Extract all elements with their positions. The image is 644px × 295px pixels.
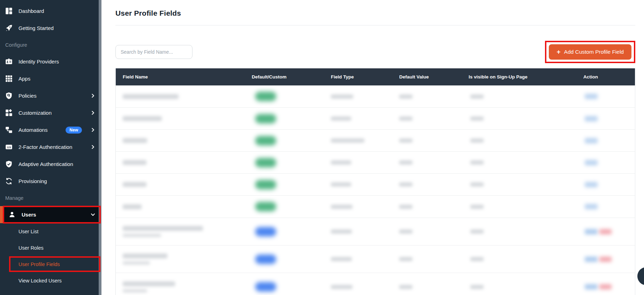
redacted-default-value [399, 182, 412, 187]
field-name-cell [116, 226, 245, 237]
field-name-cell [116, 204, 245, 209]
visible-on-signup-cell [462, 285, 576, 289]
visible-on-signup-cell [462, 116, 576, 121]
sidebar-subitem-user-list[interactable]: User List [0, 223, 101, 240]
redacted-field-name [123, 138, 147, 143]
table-row [116, 195, 635, 218]
sidebar-item-identity-providers[interactable]: Identity Providers [0, 53, 101, 70]
main-content: User Profile Fields + Add Custom Profile… [101, 0, 644, 295]
delete-action-icon[interactable] [599, 284, 612, 289]
redacted-field-type [331, 94, 353, 99]
view-action-icon[interactable] [585, 116, 598, 121]
default-value-cell [392, 205, 462, 209]
default-badge [255, 92, 276, 101]
sidebar-subitem-user-roles[interactable]: User Roles [0, 240, 101, 256]
default-custom-cell [245, 282, 324, 292]
visible-on-signup-cell [462, 94, 576, 99]
add-custom-profile-field-button[interactable]: + Add Custom Profile Field [549, 44, 631, 60]
action-cell [576, 257, 635, 262]
chevron-right-icon [91, 128, 95, 132]
action-cell [576, 138, 635, 143]
sidebar-item-label: Automations [18, 127, 47, 133]
sidebar-item-users[interactable]: Users [0, 206, 101, 223]
edit-action-icon[interactable] [585, 257, 598, 262]
table-row [116, 129, 635, 151]
sidebar-item-automations[interactable]: AutomationsNew [0, 121, 101, 138]
sidebar-item-getting-started[interactable]: Getting Started [0, 20, 101, 37]
field-type-cell [324, 160, 392, 165]
visible-on-signup-cell [462, 160, 576, 165]
redacted-default-value [399, 257, 412, 261]
sidebar-scrollbar[interactable] [99, 0, 101, 295]
sidebar-item-label: Customization [18, 110, 52, 116]
search-input[interactable] [115, 45, 192, 59]
field-name-cell [116, 160, 245, 165]
redacted-field-name [123, 94, 179, 99]
add-button-label: Add Custom Profile Field [564, 49, 624, 55]
redacted-field-type [331, 229, 352, 234]
sidebar-item-label: Getting Started [18, 25, 54, 31]
edit-action-icon[interactable] [585, 284, 598, 289]
delete-action-icon[interactable] [599, 257, 612, 262]
custom-badge [255, 282, 276, 292]
field-name-cell [116, 281, 245, 293]
view-action-icon[interactable] [585, 204, 598, 209]
visible-on-signup-cell [462, 229, 576, 234]
sidebar-subitem-user-profile-fields[interactable]: User Profile Fields [0, 256, 101, 272]
table-row [116, 151, 635, 173]
action-cell [576, 204, 635, 209]
view-action-icon[interactable] [585, 182, 598, 187]
page-title: User Profile Fields [115, 9, 635, 17]
redacted-field-subtext [123, 261, 150, 265]
default-custom-cell [245, 255, 324, 264]
sidebar-subitem-view-locked-users[interactable]: View Locked Users [0, 272, 101, 289]
visible-on-signup-cell [462, 257, 576, 261]
default-value-cell [392, 285, 462, 289]
default-custom-cell [245, 202, 324, 211]
table-row [116, 85, 635, 107]
visible-on-signup-cell [462, 205, 576, 209]
view-action-icon[interactable] [585, 138, 598, 143]
field-type-cell [324, 138, 392, 143]
sidebar-item-policies[interactable]: Policies [0, 87, 101, 104]
sidebar-subitem-label: User Profile Fields [18, 262, 60, 267]
action-cell [576, 160, 635, 165]
default-badge [255, 158, 276, 167]
field-type-cell [324, 229, 392, 234]
default-badge [255, 202, 276, 211]
chevron-right-icon [91, 93, 95, 98]
sidebar-item-dashboard[interactable]: Dashboard [0, 2, 101, 20]
custom-badge [255, 255, 276, 264]
table-row [116, 107, 635, 129]
plus-icon: + [556, 48, 560, 55]
default-custom-cell [245, 180, 324, 189]
action-cell [576, 182, 635, 187]
redacted-field-type [331, 285, 353, 289]
rocket-icon [5, 24, 13, 32]
redacted-visibility [470, 182, 484, 187]
redacted-field-type [331, 160, 351, 165]
view-action-icon[interactable] [585, 160, 598, 165]
field-name-cell [116, 116, 245, 121]
chevron-down-icon [91, 212, 95, 217]
sidebar-item-label: Policies [18, 93, 37, 99]
redacted-field-name [123, 182, 146, 187]
sidebar-item-label: Users [22, 212, 36, 218]
redacted-field-type [331, 116, 351, 121]
delete-action-icon[interactable] [599, 229, 612, 234]
sidebar-item-apps[interactable]: Apps [0, 70, 101, 87]
field-name-cell [116, 254, 245, 265]
title-divider [115, 25, 635, 25]
sidebar-item-customization[interactable]: Customization [0, 104, 101, 121]
sidebar-item-label: Dashboard [18, 8, 44, 14]
redacted-field-name [123, 204, 142, 209]
sidebar-item-provisioning[interactable]: Provisioning [0, 173, 101, 190]
view-action-icon[interactable] [585, 94, 598, 99]
sidebar-item-2-factor-authentication[interactable]: 1232-Factor Authentication [0, 138, 101, 156]
sidebar-item-adaptive-authentication[interactable]: Adaptive Authentication [0, 156, 101, 173]
edit-action-icon[interactable] [585, 229, 598, 234]
redacted-field-name [123, 116, 162, 121]
table-row [116, 245, 635, 273]
column-header-is-visible-on-sign-up-page: Is visible on Sign-Up Page [462, 74, 576, 80]
redacted-visibility [470, 116, 484, 121]
